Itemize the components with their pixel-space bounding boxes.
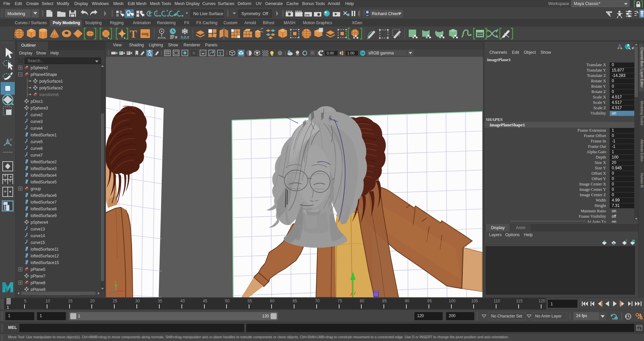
svg-text:120: 120 [538,299,545,303]
svg-text:1: 1 [551,302,553,306]
svg-text:y: y [115,280,116,284]
svg-text:115: 115 [516,299,522,303]
svg-text:1: 1 [7,305,9,310]
svg-text:85: 85 [382,299,387,303]
svg-text:30: 30 [135,299,140,303]
svg-text:svg: svg [142,32,149,36]
svg-text:55: 55 [247,299,252,303]
svg-text:100: 100 [449,299,455,303]
svg-text:T: T [219,51,222,56]
svg-text:105: 105 [471,299,478,303]
svg-text:25: 25 [113,299,117,303]
svg-text:10: 10 [45,299,50,303]
svg-text:70: 70 [315,299,320,303]
svg-text:1: 1 [615,317,617,320]
svg-text:45: 45 [203,299,207,303]
svg-text:20: 20 [90,299,95,303]
svg-text:T: T [130,28,137,40]
svg-text:40: 40 [180,299,185,303]
svg-text:5: 5 [24,299,27,303]
svg-text:Symmetry: Off: Symmetry: Off [241,11,268,16]
svg-text:No Live Surface: No Live Surface [193,11,223,16]
svg-text:75: 75 [337,299,342,303]
svg-text:+: + [626,239,628,242]
svg-text:60: 60 [270,299,275,303]
svg-text:95: 95 [427,299,432,303]
svg-text:80: 80 [360,299,364,303]
svg-text:z: z [109,291,110,295]
svg-text:35: 35 [158,299,162,303]
svg-text:Modeling: Modeling [7,11,25,16]
svg-text:15: 15 [68,299,73,303]
svg-text:x: x [123,289,124,293]
svg-text:90: 90 [405,299,409,303]
svg-text:0,0,0: 0,0,0 [181,35,189,39]
svg-text:110: 110 [493,299,500,303]
svg-text:0.00: 0.00 [327,51,334,55]
svg-text:65: 65 [292,299,297,303]
svg-text:{;}: {;} [637,327,640,330]
svg-text:sRGB gamma: sRGB gamma [368,51,394,55]
svg-text:Richard Chien: Richard Chien [372,11,399,16]
svg-text:50: 50 [225,299,230,303]
svg-text:IPR: IPR [305,13,310,16]
svg-text:GN: GN [361,52,364,54]
svg-text:1.00: 1.00 [347,51,354,55]
